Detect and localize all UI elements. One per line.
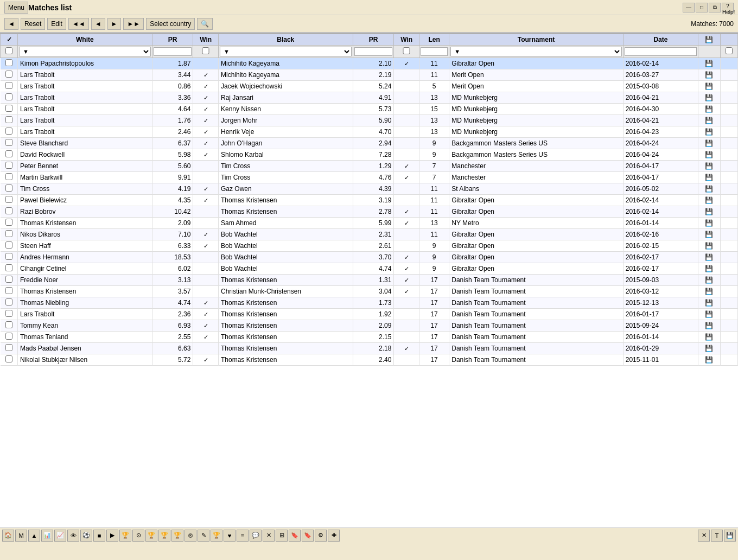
row-check[interactable] bbox=[1, 320, 18, 332]
status-heart[interactable]: ♥ bbox=[224, 530, 236, 542]
row-check[interactable] bbox=[1, 275, 18, 286]
table-row[interactable]: Nikolai Stubkjær Nilsen 5.72 ✓ Thomas Kr… bbox=[1, 354, 738, 366]
row-save-icon[interactable]: 💾 bbox=[698, 69, 721, 81]
table-row[interactable]: Thomas Niebling 4.74 ✓ Thomas Kristensen… bbox=[1, 297, 738, 309]
row-save-icon[interactable]: 💾 bbox=[698, 275, 721, 286]
table-row[interactable]: Lars Trabolt 4.64 ✓ Kenny Nissen 5.73 15… bbox=[1, 104, 738, 115]
menu-button[interactable]: Menu bbox=[4, 2, 28, 14]
skip-back-button[interactable]: ◄◄ bbox=[68, 18, 89, 30]
row-check[interactable] bbox=[1, 172, 18, 183]
table-row[interactable]: Andres Hermann 18.53 Bob Wachtel 3.70 ✓ … bbox=[1, 252, 738, 263]
status-t[interactable]: T bbox=[711, 530, 723, 542]
row-save-icon[interactable]: 💾 bbox=[698, 126, 721, 138]
status-disk[interactable]: 💾 bbox=[724, 530, 736, 542]
status-close[interactable]: ✕ bbox=[698, 530, 710, 542]
status-play[interactable]: ▶ bbox=[106, 530, 118, 542]
row-save-icon[interactable]: 💾 bbox=[698, 297, 721, 309]
table-row[interactable]: Tim Cross 4.19 ✓ Gaz Owen 4.39 11 St Alb… bbox=[1, 183, 738, 195]
status-gear[interactable]: ⚙ bbox=[315, 530, 327, 542]
status-bookmark1[interactable]: 🔖 bbox=[289, 530, 301, 542]
table-row[interactable]: Lars Trabolt 2.46 ✓ Henrik Veje 4.70 13 … bbox=[1, 126, 738, 138]
table-row[interactable]: Peter Bennet 5.60 Tim Cross 1.29 ✓ 7 Man… bbox=[1, 161, 738, 172]
row-save-icon[interactable]: 💾 bbox=[698, 286, 721, 297]
maximize-button[interactable]: □ bbox=[696, 3, 708, 12]
status-circle[interactable]: ⊙ bbox=[132, 530, 144, 542]
table-row[interactable]: Nikos Dikaros 7.10 ✓ Bob Wachtel 2.31 11… bbox=[1, 229, 738, 240]
search-button[interactable]: 🔍 bbox=[197, 18, 213, 30]
filter-pr-black[interactable] bbox=[354, 47, 393, 56]
row-save-icon[interactable]: 💾 bbox=[698, 58, 721, 69]
status-line[interactable]: 📈 bbox=[54, 530, 66, 542]
filter-white[interactable]: ▼ bbox=[19, 47, 151, 56]
status-list[interactable]: ≡ bbox=[237, 530, 249, 542]
row-save-icon[interactable]: 💾 bbox=[698, 206, 721, 218]
table-row[interactable]: Cihangir Cetinel 6.02 Bob Wachtel 4.74 ✓… bbox=[1, 263, 738, 275]
table-row[interactable]: Thomas Tenland 2.55 ✓ Thomas Kristensen … bbox=[1, 332, 738, 343]
col-pr-black[interactable]: PR bbox=[353, 34, 394, 46]
filter-date[interactable] bbox=[625, 47, 697, 56]
row-save-icon[interactable]: 💾 bbox=[698, 183, 721, 195]
row-save-icon[interactable]: 💾 bbox=[698, 149, 721, 161]
status-r[interactable]: ® bbox=[184, 530, 196, 542]
status-x[interactable]: ✕ bbox=[263, 530, 275, 542]
edit-button[interactable]: Edit bbox=[47, 18, 66, 30]
status-bookmark2[interactable]: 🔖 bbox=[302, 530, 314, 542]
table-row[interactable]: Thomas Kristensen 3.57 Christian Munk-Ch… bbox=[1, 286, 738, 297]
row-check[interactable] bbox=[1, 161, 18, 172]
filter-check[interactable] bbox=[2, 47, 16, 54]
table-row[interactable]: David Rockwell 5.98 ✓ Shlomo Karbal 7.28… bbox=[1, 149, 738, 161]
row-save-icon[interactable]: 💾 bbox=[698, 138, 721, 149]
row-check[interactable] bbox=[1, 286, 18, 297]
row-check[interactable] bbox=[1, 297, 18, 309]
status-m[interactable]: M bbox=[15, 530, 27, 542]
next-button[interactable]: ► bbox=[107, 18, 122, 30]
status-ball[interactable]: ⚽ bbox=[80, 530, 92, 542]
status-chat[interactable]: 💬 bbox=[250, 530, 262, 542]
back-button[interactable]: ◄ bbox=[4, 18, 18, 30]
filter-pr-white[interactable] bbox=[154, 47, 192, 56]
status-chart[interactable]: 📊 bbox=[41, 530, 53, 542]
table-row[interactable]: Thomas Kristensen 2.09 Sam Ahmed 5.99 ✓ … bbox=[1, 218, 738, 229]
col-len[interactable]: Len bbox=[419, 34, 449, 46]
reset-button[interactable]: Reset bbox=[21, 18, 45, 30]
table-row[interactable]: Lars Trabolt 3.36 ✓ Raj Jansari 4.91 13 … bbox=[1, 92, 738, 104]
row-save-icon[interactable]: 💾 bbox=[698, 263, 721, 275]
col-win-white[interactable]: Win bbox=[193, 34, 219, 46]
filter-tournament[interactable]: ▼ bbox=[450, 47, 621, 56]
row-save-icon[interactable]: 💾 bbox=[698, 92, 721, 104]
table-row[interactable]: Steve Blanchard 6.37 ✓ John O'Hagan 2.94… bbox=[1, 138, 738, 149]
row-save-icon[interactable]: 💾 bbox=[698, 309, 721, 320]
row-save-icon[interactable]: 💾 bbox=[698, 252, 721, 263]
row-check[interactable] bbox=[1, 343, 18, 354]
status-trophy5[interactable]: 🏆 bbox=[211, 530, 222, 542]
row-check[interactable] bbox=[1, 69, 18, 81]
row-check[interactable] bbox=[1, 195, 18, 206]
table-row[interactable]: Mads Paabøl Jensen 6.63 Thomas Kristense… bbox=[1, 343, 738, 354]
col-tournament[interactable]: Tournament bbox=[449, 34, 623, 46]
col-win-black[interactable]: Win bbox=[394, 34, 419, 46]
row-check[interactable] bbox=[1, 218, 18, 229]
table-row[interactable]: Freddie Noer 3.13 Thomas Kristensen 1.31… bbox=[1, 275, 738, 286]
minimize-button[interactable]: — bbox=[683, 3, 695, 12]
row-check[interactable] bbox=[1, 138, 18, 149]
row-save-icon[interactable]: 💾 bbox=[698, 161, 721, 172]
row-check[interactable] bbox=[1, 92, 18, 104]
row-check[interactable] bbox=[1, 183, 18, 195]
select-country-button[interactable]: Select country bbox=[146, 18, 195, 30]
status-eye[interactable]: 👁 bbox=[67, 530, 79, 542]
row-save-icon[interactable]: 💾 bbox=[698, 172, 721, 183]
row-save-icon[interactable]: 💾 bbox=[698, 229, 721, 240]
row-check[interactable] bbox=[1, 58, 18, 69]
col-date[interactable]: Date bbox=[623, 34, 698, 46]
row-check[interactable] bbox=[1, 115, 18, 126]
status-square[interactable]: ■ bbox=[93, 530, 105, 542]
prev-button[interactable]: ◄ bbox=[91, 18, 105, 30]
table-row[interactable]: Razi Bobrov 10.42 Thomas Kristensen 2.78… bbox=[1, 206, 738, 218]
status-grid[interactable]: ⊞ bbox=[276, 530, 288, 542]
row-check[interactable] bbox=[1, 252, 18, 263]
row-check[interactable] bbox=[1, 104, 18, 115]
filter-win-black[interactable] bbox=[395, 47, 418, 54]
table-row[interactable]: Martin Barkwill 9.91 Tim Cross 4.76 ✓ 7 … bbox=[1, 172, 738, 183]
status-trophy1[interactable]: 🏆 bbox=[119, 530, 131, 542]
status-trophy2[interactable]: 🏆 bbox=[145, 530, 157, 542]
